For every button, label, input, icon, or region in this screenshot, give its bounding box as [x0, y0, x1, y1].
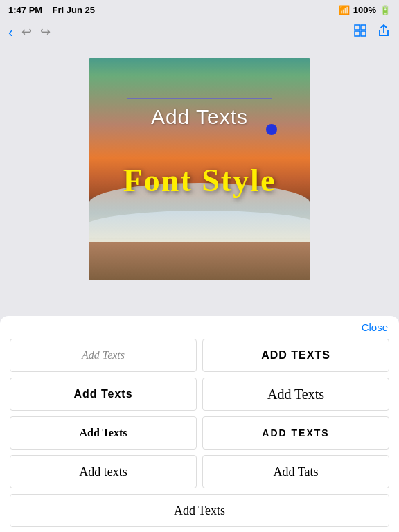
font-item-4[interactable]: Add Texts [10, 416, 197, 450]
font-item-7[interactable]: Add Tats [202, 455, 389, 488]
font-item-3[interactable]: Add Texts [202, 378, 389, 411]
svg-rect-3 [361, 31, 366, 36]
font-label-7: Add Tats [274, 465, 319, 479]
toolbar-right [353, 24, 391, 41]
font-label-0: Add Texts [82, 349, 125, 362]
toolbar: ‹ ↩ ↪ [0, 19, 399, 44]
font-label-6: Add texts [79, 465, 127, 479]
svg-rect-2 [355, 31, 360, 36]
status-time: 1:47 PM [8, 5, 42, 15]
battery-label: 100% [353, 5, 376, 15]
ground-overlay [89, 242, 310, 280]
grid-button[interactable] [353, 24, 367, 41]
bottom-panel: Close Add Texts ADD TEXTS Add Texts Add … [0, 316, 399, 532]
font-grid: Add Texts ADD TEXTS Add Texts Add Texts … [0, 336, 399, 491]
font-label-3: Add Texts [267, 387, 324, 402]
font-label-4: Add Texts [80, 427, 127, 439]
font-label-8: Add Texts [174, 504, 225, 518]
undo-button[interactable]: ↩ [21, 24, 32, 39]
font-label-1: ADD TEXTS [261, 349, 330, 362]
font-item-6[interactable]: Add texts [10, 455, 197, 488]
status-date: Fri Jun 25 [53, 5, 95, 15]
font-item-5[interactable]: ADD TEXTS [202, 416, 389, 450]
share-button[interactable] [377, 24, 391, 41]
svg-rect-0 [355, 25, 360, 30]
image-canvas[interactable]: Add Texts Font Style [89, 58, 310, 280]
font-item-8[interactable]: Add Texts [10, 494, 389, 527]
canvas-area: Add Texts Font Style [0, 44, 399, 294]
close-button[interactable]: Close [362, 321, 388, 333]
font-item-1[interactable]: ADD TEXTS [202, 339, 389, 372]
battery-icon: 🔋 [380, 5, 391, 15]
status-bar: 1:47 PM Fri Jun 25 📶 100% 🔋 [0, 0, 399, 19]
back-button[interactable]: ‹ [8, 24, 13, 40]
font-item-0[interactable]: Add Texts [10, 339, 197, 372]
canvas-add-text[interactable]: Add Texts [151, 105, 248, 129]
partial-row: Add Texts [0, 491, 399, 530]
font-label-2: Add Texts [73, 388, 132, 400]
close-row: Close [0, 316, 399, 336]
selection-handle[interactable] [266, 124, 277, 135]
redo-button[interactable]: ↪ [40, 24, 51, 39]
canvas-style-text[interactable]: Font Style [123, 162, 276, 199]
svg-rect-1 [361, 25, 366, 30]
toolbar-left: ‹ ↩ ↪ [8, 24, 51, 40]
status-time-date: 1:47 PM Fri Jun 25 [8, 5, 95, 15]
font-label-5: ADD TEXTS [262, 427, 329, 438]
wifi-icon: 📶 [339, 5, 350, 15]
font-item-2[interactable]: Add Texts [10, 378, 197, 411]
status-icons: 📶 100% 🔋 [339, 5, 391, 15]
